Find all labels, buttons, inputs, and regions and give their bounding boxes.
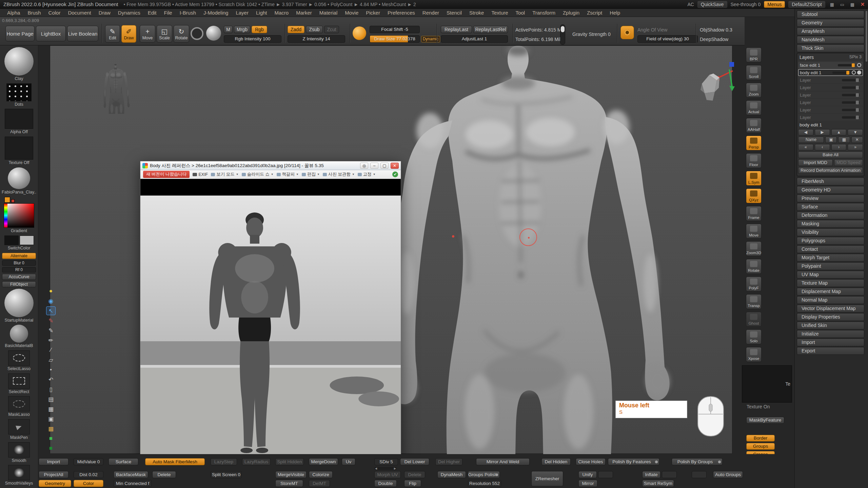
menu-item[interactable]: Macro xyxy=(271,10,293,16)
black-swatch[interactable] xyxy=(4,236,19,245)
right-shelf-button[interactable]: Solo xyxy=(746,329,762,344)
menu-item[interactable]: Color xyxy=(45,10,64,16)
point-icon[interactable]: • xyxy=(46,365,56,374)
layer-intensity-slider[interactable] xyxy=(838,64,855,66)
pen-icon[interactable]: ✎ xyxy=(46,326,56,335)
tool-section-header[interactable]: Visibility xyxy=(797,228,864,236)
bottom-button[interactable]: Geometry xyxy=(39,480,71,487)
right-shelf-button[interactable]: Zoom xyxy=(746,83,762,98)
new-version-button[interactable]: 새 버전이 나왔습니다 xyxy=(143,171,190,178)
right-shelf-button[interactable]: Floor xyxy=(746,153,762,168)
bottom-button[interactable]: Del Higher xyxy=(435,458,462,465)
tool-section-header[interactable]: Normal Map xyxy=(797,296,864,304)
menu-item[interactable]: Light xyxy=(252,10,271,16)
replay-last-rel-button[interactable]: ReplayLastRel xyxy=(473,26,508,33)
fast-forward-icon[interactable]: » xyxy=(848,144,863,150)
layer-name-button[interactable]: Name xyxy=(798,137,824,143)
import-mdd-button[interactable]: Import MDD xyxy=(798,159,833,166)
border-button[interactable]: Border xyxy=(746,435,775,442)
rotate-button[interactable]: ↻ Rotate xyxy=(174,25,189,43)
layer-visibility-icon[interactable] xyxy=(852,70,856,75)
eraser-icon[interactable]: ▱ xyxy=(46,355,56,364)
ref-menu-item[interactable]: 책갈피 ▼ xyxy=(277,171,299,177)
bottom-button[interactable]: Smart ReSym xyxy=(642,480,674,487)
tool-section-header[interactable]: Preview xyxy=(797,195,864,202)
mdd-speed-button[interactable]: MDD Speed xyxy=(834,159,863,166)
saturation-value-square[interactable] xyxy=(7,204,34,227)
Layer[interactable]: Layer xyxy=(798,114,863,121)
undo-icon[interactable]: ↶ xyxy=(46,375,56,384)
ref-menu-item[interactable]: 고정 ▼ xyxy=(358,171,376,177)
mask-pen-thumbnail[interactable] xyxy=(8,419,30,434)
zsub-button[interactable]: Zsub xyxy=(306,26,323,33)
bottom-button[interactable]: MergeVisible xyxy=(275,471,307,478)
menu-item[interactable]: I-Brush xyxy=(176,10,200,16)
light-bulb-icon[interactable]: ● xyxy=(46,287,56,296)
step-forward-icon[interactable]: › xyxy=(831,144,847,150)
menu-item[interactable]: Dynamics xyxy=(114,10,144,16)
draw-button[interactable]: ✐ Draw xyxy=(121,25,136,43)
right-shelf-button[interactable]: Actual xyxy=(746,100,762,115)
points-vertical-slider[interactable] xyxy=(560,24,565,45)
right-shelf-button[interactable]: Transp xyxy=(746,294,762,309)
check-icon[interactable]: ✔ xyxy=(392,171,398,177)
draw-size-slider[interactable]: Draw Size 77.02378 xyxy=(370,35,420,43)
menu-item[interactable]: Zplugin xyxy=(559,10,583,16)
sdiv-mini-slider[interactable]: ◀▶ xyxy=(374,467,397,470)
menu-item[interactable]: Help xyxy=(606,10,624,16)
menu-item[interactable]: Tool xyxy=(512,10,529,16)
menu-item[interactable]: Draw xyxy=(95,10,114,16)
menu-item[interactable]: Render xyxy=(419,10,443,16)
mask-by-feature-button[interactable]: MaskByFeature xyxy=(746,417,784,424)
window-close-icon[interactable]: ✕ xyxy=(391,163,399,169)
angle-of-view-icon[interactable] xyxy=(620,26,634,39)
material-preview-icon[interactable] xyxy=(206,26,221,41)
layer-intensity-slider[interactable] xyxy=(842,94,860,96)
bottom-button[interactable]: SDiv 5 xyxy=(374,458,398,465)
bottom-button[interactable]: Resolution 552 xyxy=(468,480,501,487)
bottom-button[interactable]: Split Hidden xyxy=(275,458,304,465)
face edit 1[interactable]: face edit 1 xyxy=(798,62,863,68)
tool-section-header[interactable]: Vector Displacement Map xyxy=(797,305,864,312)
menu-item[interactable]: Alpha xyxy=(3,10,24,16)
menu-item[interactable]: Layer xyxy=(232,10,252,16)
focal-shift-slider[interactable]: Focal Shift -5 xyxy=(370,26,420,33)
pin-icon[interactable]: ◎ xyxy=(360,163,368,169)
sculpt-model[interactable] xyxy=(382,46,737,454)
layer-duplicate-icon[interactable]: ▣ xyxy=(825,137,837,143)
rgb-intensity-slider[interactable]: Rgb Intensity 100 xyxy=(224,35,281,43)
quicksave-button[interactable]: QuickSave xyxy=(697,1,727,8)
bottom-button[interactable]: LazyStep xyxy=(211,458,237,465)
bottom-button[interactable]: DelMT xyxy=(309,480,330,487)
printer-icon[interactable]: ▤ xyxy=(46,395,56,404)
exif-button[interactable]: EXIF xyxy=(193,172,208,177)
bottom-button[interactable]: Morph UV xyxy=(374,471,401,478)
palette-icon[interactable]: ▩ xyxy=(849,1,856,7)
bottom-button[interactable]: Del Lower xyxy=(400,458,429,465)
stroke-thumbnail-dots[interactable] xyxy=(6,83,32,101)
menu-item[interactable]: Stencil xyxy=(443,10,466,16)
z-intensity-slider[interactable]: Z Intensity 14 xyxy=(288,35,345,43)
stroke-preview-icon[interactable] xyxy=(191,27,203,40)
default-zscript-button[interactable]: DefaultZScript xyxy=(788,1,825,8)
layer-record-icon[interactable] xyxy=(857,70,861,75)
menu-item[interactable]: Zscript xyxy=(583,10,606,16)
scale-button[interactable]: ◱ Scale xyxy=(157,25,172,43)
ref-menu-item[interactable]: 슬라이드 쇼 ▼ xyxy=(242,171,274,177)
bottom-button[interactable]: Inflate xyxy=(642,471,660,478)
bottom-button[interactable]: Auto Groups xyxy=(713,471,743,478)
fill-object-button[interactable]: FillObject xyxy=(2,281,36,287)
gray-swatch[interactable] xyxy=(20,236,34,245)
brush-thumbnail-clay[interactable] xyxy=(4,47,34,76)
layer-delete-icon[interactable]: ✕ xyxy=(851,137,863,143)
tool-section-header[interactable]: Import xyxy=(797,339,864,346)
bottom-button[interactable]: Flip xyxy=(404,480,421,487)
alternate-button[interactable]: Alternate xyxy=(2,253,36,259)
layer-visibility-icon[interactable] xyxy=(857,63,861,67)
edit-button[interactable]: ✎ Edit xyxy=(105,25,120,43)
bottom-button[interactable] xyxy=(692,471,707,478)
select-lasso-thumbnail[interactable] xyxy=(8,350,30,366)
layer-intensity-slider[interactable] xyxy=(842,116,860,119)
bottom-button[interactable]: Surface xyxy=(108,458,138,465)
obj-shadow-slider[interactable]: ObjShadow 0.3 xyxy=(700,27,732,33)
